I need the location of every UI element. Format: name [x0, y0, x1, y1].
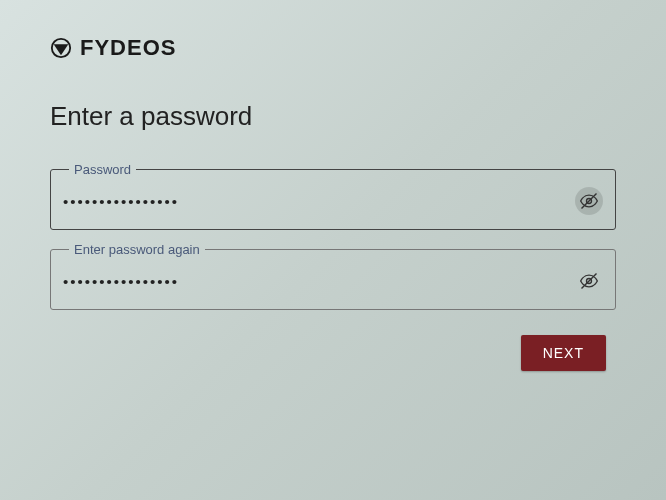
toggle-password-visibility-button[interactable] — [575, 187, 603, 215]
toggle-confirm-visibility-button[interactable] — [575, 267, 603, 295]
confirm-password-field[interactable]: Enter password again — [50, 242, 616, 310]
page-title: Enter a password — [50, 101, 616, 132]
eye-off-icon — [579, 270, 599, 292]
brand-row: FYDEOS — [50, 35, 616, 61]
confirm-password-input[interactable] — [63, 273, 575, 290]
brand-logo-icon — [50, 37, 72, 59]
eye-off-icon — [579, 190, 599, 212]
password-input[interactable] — [63, 193, 575, 210]
brand-name: FYDEOS — [80, 35, 176, 61]
next-button[interactable]: NEXT — [521, 335, 606, 371]
password-field[interactable]: Password — [50, 162, 616, 230]
password-label: Password — [69, 162, 136, 177]
confirm-password-label: Enter password again — [69, 242, 205, 257]
